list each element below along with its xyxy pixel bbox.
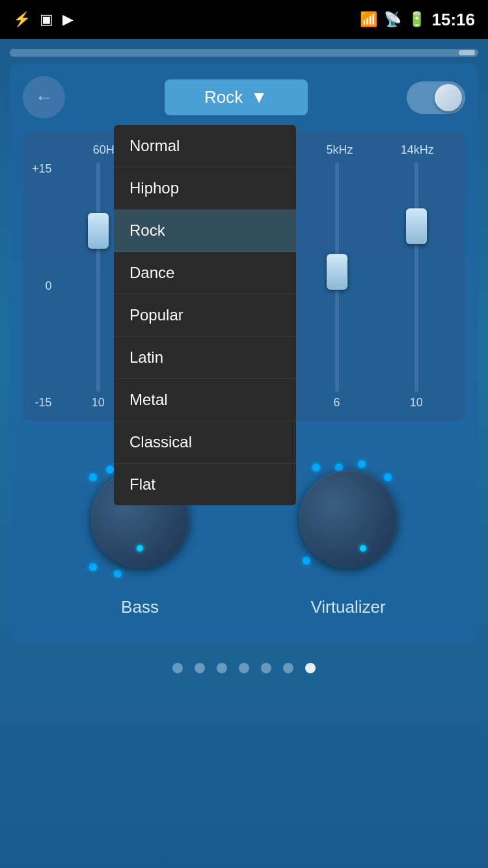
- top-bar: ← Rock ▼ Normal Hiphop Rock Dance Popula…: [23, 76, 465, 119]
- bass-dot-4: [89, 563, 97, 571]
- preset-item-latin[interactable]: Latin: [114, 337, 296, 379]
- wifi-icon: 📶: [360, 11, 377, 28]
- status-bar-left: ⚡ ▣ ▶: [13, 11, 74, 28]
- freq-label-4: 14kHz: [379, 143, 456, 157]
- preset-item-popular[interactable]: Popular: [114, 294, 296, 337]
- status-bar-right: 📶 📡 🔋 15:16: [360, 10, 476, 30]
- preset-dropdown-menu: Normal Hiphop Rock Dance Popular Latin M…: [114, 125, 296, 505]
- bass-dot-5: [114, 570, 122, 578]
- preset-item-rock[interactable]: Rock: [114, 210, 296, 252]
- virt-dot-4: [312, 464, 320, 471]
- page-dot-5[interactable]: [283, 663, 293, 673]
- page-dot-3[interactable]: [239, 663, 249, 673]
- virt-knob-indicator: [359, 544, 368, 553]
- slider-thumb-4[interactable]: [406, 208, 427, 244]
- slider-col-4: 10: [377, 162, 456, 410]
- db-label-high: +15: [32, 162, 52, 176]
- page-dot-4[interactable]: [261, 663, 271, 673]
- scrollbar-thumb: [459, 50, 475, 55]
- usb-icon: ⚡: [13, 11, 31, 28]
- virtualizer-label: Virtualizer: [310, 597, 385, 617]
- bass-dot-1: [106, 466, 114, 473]
- slider-value-0: 10: [92, 396, 105, 410]
- slider-track-4[interactable]: [414, 162, 418, 392]
- preset-dropdown-button[interactable]: Rock ▼: [165, 79, 308, 115]
- equalizer-card: ← Rock ▼ Normal Hiphop Rock Dance Popula…: [10, 63, 478, 643]
- slider-value-3: 6: [334, 396, 340, 410]
- bass-dot-3: [89, 473, 97, 481]
- virt-dot-2: [358, 460, 366, 468]
- db-label-mid: 0: [46, 279, 52, 293]
- preset-item-normal[interactable]: Normal: [114, 125, 296, 167]
- slider-col-3: 6: [297, 162, 376, 410]
- battery-icon: 🔋: [408, 11, 426, 28]
- page-dot-6[interactable]: [305, 663, 316, 673]
- app-container: ← Rock ▼ Normal Hiphop Rock Dance Popula…: [0, 39, 488, 868]
- virt-dot-3: [384, 473, 392, 481]
- back-button[interactable]: ←: [23, 76, 65, 119]
- preset-item-flat[interactable]: Flat: [114, 464, 296, 505]
- page-dot-0[interactable]: [172, 663, 183, 673]
- virtualizer-knob-area: [283, 454, 413, 584]
- sd-icon: ▣: [40, 11, 53, 28]
- preset-label: Rock: [204, 87, 243, 107]
- virtualizer-knob[interactable]: [299, 470, 397, 568]
- signal-icon: 📡: [384, 11, 401, 28]
- virt-dot-5: [303, 557, 310, 565]
- status-bar: ⚡ ▣ ▶ 📶 📡 🔋 15:16: [0, 0, 488, 39]
- preset-item-classical[interactable]: Classical: [114, 421, 296, 464]
- page-indicators: [10, 643, 478, 686]
- equalizer-toggle[interactable]: [407, 81, 465, 114]
- toggle-knob: [435, 84, 462, 111]
- dropdown-arrow-icon: ▼: [251, 87, 267, 107]
- freq-label-3: 5kHz: [301, 143, 378, 157]
- slider-track-0[interactable]: [96, 162, 100, 392]
- bass-label: Bass: [121, 597, 159, 617]
- preset-item-dance[interactable]: Dance: [114, 252, 296, 294]
- page-dot-2[interactable]: [217, 663, 227, 673]
- page-dot-1[interactable]: [195, 663, 205, 673]
- db-labels: +15 0 -15: [32, 162, 59, 410]
- play-icon: ▶: [62, 11, 74, 28]
- back-icon: ←: [35, 87, 53, 108]
- slider-track-3[interactable]: [335, 162, 339, 392]
- preset-item-hiphop[interactable]: Hiphop: [114, 167, 296, 210]
- top-scrollbar: [10, 49, 478, 57]
- bass-knob-indicator: [137, 545, 143, 552]
- slider-thumb-0[interactable]: [88, 213, 109, 249]
- status-time: 15:16: [432, 10, 476, 30]
- db-label-low: -15: [35, 396, 52, 410]
- virtualizer-knob-container: Virtualizer: [283, 454, 413, 617]
- slider-value-4: 10: [410, 396, 423, 410]
- slider-thumb-3[interactable]: [327, 254, 347, 290]
- preset-item-metal[interactable]: Metal: [114, 379, 296, 421]
